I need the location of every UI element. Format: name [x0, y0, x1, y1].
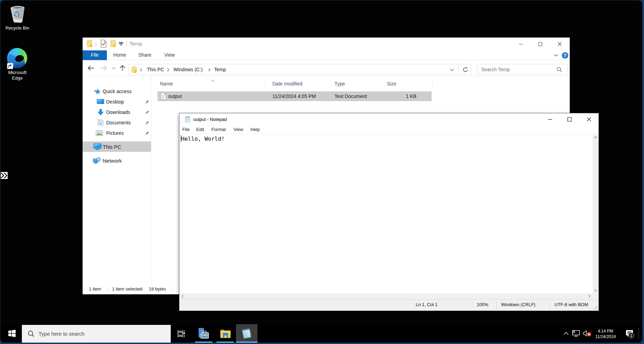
tray-date: 11/24/2024 — [592, 334, 619, 339]
column-header-type[interactable]: Type — [334, 78, 345, 90]
notepad-titlebar[interactable]: output - Notepad — [179, 113, 599, 125]
file-explorer-icon — [220, 329, 231, 338]
desktop-icon-recycle-bin[interactable]: Recycle Bin — [4, 4, 31, 31]
back-arrow-icon[interactable] — [87, 65, 94, 71]
documents-icon — [98, 120, 103, 126]
sidebar-item-desktop[interactable]: Desktop — [83, 97, 151, 107]
running-indicator — [195, 342, 212, 343]
help-button[interactable]: ? — [562, 52, 568, 59]
explorer-close-button[interactable] — [552, 38, 568, 50]
refresh-icon[interactable] — [463, 67, 468, 73]
column-separator[interactable] — [330, 79, 331, 88]
scroll-down-icon[interactable] — [594, 289, 597, 292]
tray-volume-button[interactable] — [582, 324, 593, 343]
column-header-size[interactable]: Size — [387, 78, 396, 90]
scroll-right-icon[interactable] — [588, 295, 591, 298]
sidebar-item-network[interactable]: Network — [83, 155, 151, 166]
explorer-maximize-button[interactable] — [532, 38, 548, 50]
notepad-text-area[interactable]: Hello, World! — [179, 134, 593, 293]
notepad-minimize-button[interactable] — [542, 113, 558, 125]
menu-help[interactable]: Help — [250, 125, 260, 134]
explorer-search-box[interactable]: Search Temp — [477, 64, 568, 75]
close-icon — [587, 117, 591, 122]
menu-file[interactable]: File — [182, 125, 190, 134]
tray-show-hidden-button[interactable] — [561, 324, 570, 343]
column-separator[interactable] — [432, 79, 433, 88]
sidebar-expand-button[interactable] — [1, 172, 8, 179]
notepad-vertical-scrollbar[interactable] — [593, 134, 599, 293]
menu-format[interactable]: Format — [211, 125, 227, 134]
tray-time: 4:14 PM — [592, 328, 619, 334]
windows-start-icon — [8, 330, 16, 337]
address-divider — [459, 64, 459, 75]
file-row-output[interactable]: output 11/24/2024 4:05 PM Text Document … — [158, 91, 432, 101]
tab-file[interactable]: File — [83, 50, 107, 60]
desktop-icon-edge[interactable]: Microsoft Edge — [4, 47, 31, 81]
breadcrumb-folder[interactable]: Temp — [214, 64, 226, 75]
explorer-ribbon-tabs: File Home Share View ? — [83, 50, 570, 60]
show-desktop-divider[interactable] — [638, 328, 639, 339]
notepad-maximize-button[interactable] — [561, 113, 577, 125]
column-separator[interactable] — [385, 79, 385, 88]
sidebar-item-documents[interactable]: Documents — [83, 117, 151, 128]
start-button[interactable] — [5, 324, 19, 343]
tab-home[interactable]: Home — [109, 50, 130, 60]
status-separator — [496, 301, 497, 309]
up-arrow-icon[interactable] — [119, 65, 126, 71]
action-center-button[interactable]: 1 — [624, 324, 635, 343]
column-header-date-modified[interactable]: Date modified — [272, 78, 302, 90]
sidebar-item-pictures[interactable]: Pictures — [83, 128, 151, 138]
menu-edit[interactable]: Edit — [196, 125, 204, 134]
explorer-titlebar[interactable]: Temp — [83, 38, 570, 50]
sidebar-item-downloads[interactable]: Downloads — [83, 107, 151, 117]
status-separator — [550, 301, 550, 309]
edge-label-line1: Microsoft — [4, 70, 31, 75]
tab-share[interactable]: Share — [134, 50, 155, 60]
chevron-up-icon — [564, 332, 569, 335]
sidebar-item-quick-access[interactable]: Quick access — [83, 86, 151, 97]
quick-access-star-icon — [94, 89, 101, 95]
ribbon-expand-chevron-icon[interactable] — [554, 54, 558, 57]
taskbar-app-admin-tools[interactable] — [193, 324, 214, 343]
resize-grip-icon[interactable] — [594, 306, 598, 310]
tray-clock[interactable]: 4:14 PM 11/24/2024 — [592, 328, 619, 339]
notepad-statusbar: Ln 1, Col 1 100% Windows (CRLF) UTF-8 wi… — [179, 299, 599, 311]
sidebar-label: Downloads — [106, 109, 130, 115]
status-separator — [107, 286, 108, 292]
explorer-search-placeholder: Search Temp — [481, 64, 510, 75]
notepad-horizontal-scrollbar[interactable] — [179, 293, 593, 299]
recent-locations-chevron-icon[interactable] — [112, 67, 116, 69]
qat-new-folder-icon[interactable] — [110, 40, 117, 48]
status-encoding: UTF-8 with BOM — [554, 300, 588, 311]
breadcrumb-chevron-icon[interactable] — [140, 68, 142, 72]
breadcrumb-chevron-icon[interactable] — [208, 68, 211, 72]
scroll-up-icon[interactable] — [594, 136, 597, 138]
qat-properties-icon[interactable] — [101, 40, 107, 48]
notepad-close-button[interactable] — [581, 113, 597, 125]
address-bar[interactable]: This PC Windows (C:) Temp — [129, 64, 471, 75]
forward-arrow-icon[interactable] — [100, 65, 107, 71]
tab-view[interactable]: View — [160, 50, 179, 60]
qat-customize-dropdown-icon[interactable] — [119, 42, 124, 46]
explorer-navbar: This PC Windows (C:) Temp — [83, 60, 570, 76]
status-cursor-position: Ln 1, Col 1 — [416, 300, 438, 311]
breadcrumb-drive[interactable]: Windows (C:) — [173, 64, 203, 75]
scroll-left-icon[interactable] — [181, 295, 184, 298]
status-zoom-level: 100% — [477, 300, 488, 311]
address-dropdown-chevron-icon[interactable] — [450, 68, 454, 71]
pin-icon — [145, 121, 150, 125]
taskbar-app-file-explorer[interactable] — [214, 324, 236, 343]
task-view-button[interactable] — [173, 324, 189, 343]
breadcrumb-this-pc[interactable]: This PC — [147, 64, 164, 75]
menu-view[interactable]: View — [233, 125, 244, 134]
taskbar-app-notepad[interactable] — [236, 324, 257, 343]
minimize-icon — [519, 42, 523, 46]
breadcrumb-chevron-icon[interactable] — [167, 68, 169, 72]
column-separator[interactable] — [264, 79, 264, 88]
tray-network-button[interactable] — [571, 324, 581, 343]
taskbar-search-box[interactable]: Type here to search — [22, 325, 171, 343]
column-header-name[interactable]: Name — [160, 78, 173, 90]
scrollbar-corner — [593, 293, 599, 299]
explorer-minimize-button[interactable] — [513, 38, 529, 50]
sidebar-item-this-pc[interactable]: This PC — [83, 141, 151, 152]
